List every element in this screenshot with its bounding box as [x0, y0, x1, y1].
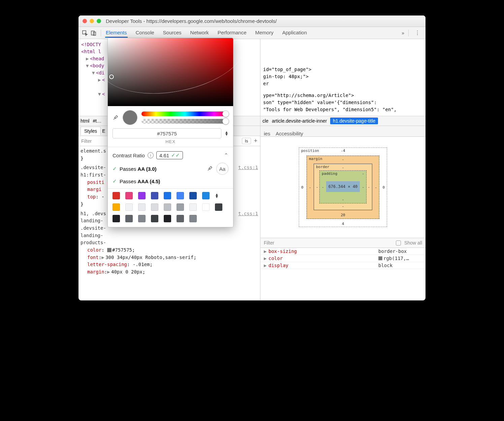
palette-swatch[interactable] — [113, 203, 120, 211]
palette-swatch[interactable] — [138, 215, 146, 222]
crumb-item[interactable]: article.devsite-article-inner — [272, 118, 327, 124]
chevron-up-icon[interactable]: ⌃ — [224, 152, 228, 158]
dom-node[interactable]: <!DOCTY — [81, 42, 101, 47]
dom-node[interactable]: <html l — [81, 49, 101, 54]
hov-button[interactable]: ls — [242, 138, 251, 144]
palette-swatch[interactable] — [202, 192, 210, 199]
check-icon: ✓ — [113, 178, 117, 184]
subtab-accessibility[interactable]: Accessibility — [276, 131, 303, 136]
info-icon[interactable]: i — [148, 152, 154, 158]
sv-cursor-icon[interactable] — [109, 74, 114, 79]
breadcrumb-right[interactable]: cle article.devsite-article-inner h1.dev… — [260, 116, 426, 126]
palette-swatch[interactable] — [125, 215, 133, 222]
palette-swatch[interactable] — [138, 203, 146, 211]
device-toggle-icon[interactable] — [91, 30, 97, 36]
check-icon: ✓ — [113, 166, 117, 172]
hex-label: HEX — [108, 139, 233, 147]
palette-swatch[interactable] — [189, 215, 197, 222]
add-rule-icon[interactable]: + — [254, 137, 257, 144]
palette-swatch[interactable] — [151, 215, 158, 222]
maximize-icon[interactable] — [97, 19, 101, 23]
palette-swatch[interactable] — [113, 192, 120, 199]
bg-eyedropper-icon[interactable] — [207, 165, 213, 172]
tab-memory[interactable]: Memory — [255, 28, 274, 38]
box-model[interactable]: position -4 4 0 0 margin - 20 - - bo — [260, 137, 426, 238]
subtab-styles[interactable]: Styles — [81, 127, 101, 135]
subtab-partial[interactable]: ies — [264, 131, 270, 136]
palette-swatch[interactable] — [177, 192, 184, 199]
computed-row[interactable]: ▶box-sizingborder-box — [260, 248, 426, 255]
show-all-checkbox[interactable] — [396, 240, 401, 246]
computed-filter: Filter Show all — [260, 238, 426, 248]
palette-swatch[interactable] — [177, 203, 184, 211]
kebab-menu-icon[interactable]: ⋮ — [413, 30, 422, 36]
palette-swatch[interactable] — [189, 203, 197, 211]
palette-stepper[interactable]: ▲▼ — [215, 193, 228, 198]
filter-input[interactable]: Filter — [81, 138, 92, 144]
crumb-item[interactable]: cle — [262, 118, 269, 124]
crumb-item[interactable]: #t… — [93, 118, 101, 124]
color-palette: ▲▼ — [108, 189, 233, 227]
inspect-icon[interactable] — [82, 30, 88, 36]
subtab-partial[interactable]: E — [102, 128, 105, 134]
palette-swatch[interactable] — [113, 215, 120, 222]
close-icon[interactable] — [83, 19, 87, 23]
tab-application[interactable]: Application — [282, 28, 308, 38]
alpha-slider[interactable] — [141, 119, 228, 124]
filter-input[interactable]: Filter — [264, 240, 274, 246]
palette-swatch[interactable] — [164, 192, 171, 199]
titlebar: Developer Tools - https://developers.goo… — [78, 15, 426, 27]
computed-row[interactable]: ▶colorrgb(117,… — [260, 255, 426, 262]
palette-swatch[interactable] — [215, 203, 222, 211]
right-subtabs: ies Accessibility — [260, 126, 426, 137]
saturation-value-area[interactable] — [108, 38, 233, 106]
computed-row[interactable]: ▶displayblock — [260, 262, 426, 269]
contrast-ratio: 4.61 ✓✓ — [156, 151, 183, 159]
palette-swatch[interactable] — [177, 215, 184, 222]
crumb-selected[interactable]: h1.devsite-page-title — [330, 118, 378, 124]
computed-styles[interactable]: ▶box-sizingborder-box▶colorrgb(117,…▶dis… — [260, 248, 426, 300]
palette-swatch[interactable] — [151, 203, 158, 211]
show-all-label: Show all — [404, 240, 422, 246]
eyedropper-icon[interactable] — [113, 115, 119, 121]
color-swatch-icon[interactable] — [107, 248, 112, 252]
color-picker: ▲▼ HEX Contrast Ratio i 4.61 ✓✓ ⌃ — [107, 38, 233, 227]
minimize-icon[interactable] — [90, 19, 94, 23]
hex-input[interactable] — [113, 128, 221, 138]
palette-swatch[interactable] — [202, 203, 210, 211]
palette-swatch[interactable] — [189, 192, 197, 199]
contrast-label: Contrast Ratio — [113, 153, 145, 158]
palette-swatch[interactable] — [125, 203, 133, 211]
crumb-item[interactable]: html — [81, 118, 89, 124]
current-color-chip — [123, 110, 137, 125]
palette-swatch[interactable] — [125, 192, 133, 199]
format-stepper[interactable]: ▲▼ — [225, 131, 228, 135]
palette-swatch[interactable] — [151, 192, 158, 199]
content-box: 676.344 × 40 — [326, 181, 360, 192]
hue-slider[interactable] — [141, 111, 228, 116]
source-link[interactable]: t.css:1 — [238, 210, 258, 218]
more-tabs-icon[interactable]: » — [402, 30, 404, 36]
palette-swatch[interactable] — [164, 203, 171, 211]
svg-rect-1 — [91, 31, 94, 35]
palette-swatch[interactable] — [138, 192, 146, 199]
palette-swatch[interactable] — [164, 215, 171, 222]
source-link[interactable]: t.css:1 — [238, 164, 258, 171]
text-preview-button[interactable]: Aa — [216, 163, 228, 175]
